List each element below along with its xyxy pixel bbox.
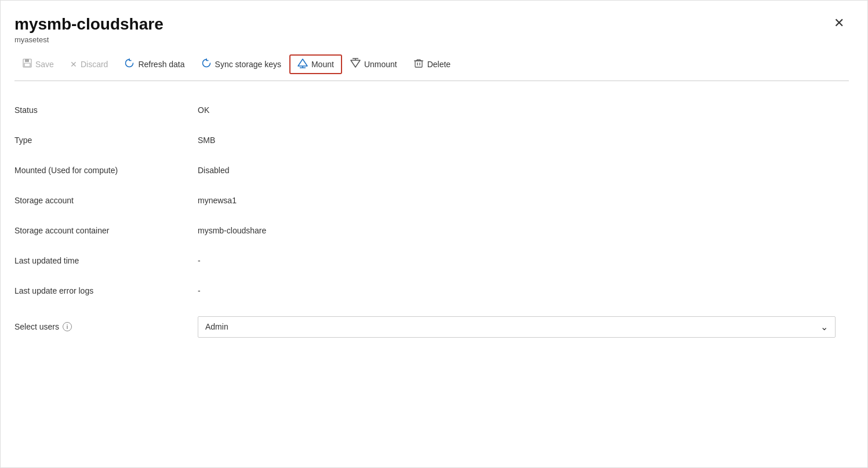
panel-subtitle: myasetest [14, 35, 164, 44]
mount-button[interactable]: Mount [289, 54, 342, 74]
unmount-label: Unmount [364, 60, 397, 69]
save-icon [23, 58, 32, 70]
field-label-storage-container: Storage account container [14, 215, 188, 246]
svg-rect-2 [24, 63, 30, 67]
field-value-mounted: Disabled [188, 155, 849, 185]
field-label-storage-account: Storage account [14, 185, 188, 215]
field-label-mounted: Mounted (Used for compute) [14, 155, 188, 185]
save-label: Save [35, 60, 54, 69]
unmount-button[interactable]: Unmount [342, 54, 405, 74]
field-value-type: SMB [188, 125, 849, 155]
discard-button[interactable]: ✕ Discard [62, 56, 116, 72]
svg-marker-3 [298, 59, 307, 66]
field-label-last-error: Last update error logs [14, 276, 188, 306]
svg-rect-1 [25, 59, 29, 62]
svg-marker-6 [351, 60, 360, 67]
toolbar: Save ✕ Discard Refresh data Sync st [14, 49, 849, 81]
info-letter: i [67, 323, 68, 330]
field-label-type: Type [14, 125, 188, 155]
save-button[interactable]: Save [14, 55, 62, 74]
mount-label: Mount [311, 60, 334, 69]
select-users-info-icon[interactable]: i [63, 322, 72, 331]
svg-rect-9 [415, 61, 422, 67]
field-label-status: Status [14, 95, 188, 125]
delete-icon [413, 58, 424, 71]
refresh-label: Refresh data [138, 60, 184, 69]
select-users-label: Select users i [14, 306, 188, 348]
field-value-status: OK [188, 95, 849, 125]
select-users-dropdown[interactable]: Admin ⌄ [198, 316, 836, 338]
title-block: mysmb-cloudshare myasetest [14, 14, 164, 44]
sync-label: Sync storage keys [215, 60, 281, 69]
field-value-storage-account: mynewsa1 [188, 185, 849, 215]
sync-icon [201, 58, 212, 71]
refresh-button[interactable]: Refresh data [116, 54, 193, 75]
panel: mysmb-cloudshare myasetest ✕ Save ✕ Disc… [0, 0, 868, 468]
panel-title: mysmb-cloudshare [14, 14, 164, 34]
mount-icon [297, 58, 308, 71]
field-value-storage-container: mysmb-cloudshare [188, 215, 849, 246]
delete-button[interactable]: Delete [405, 54, 459, 74]
discard-label: Discard [81, 60, 108, 69]
field-value-last-updated: - [188, 246, 849, 276]
refresh-icon [124, 58, 135, 71]
sync-button[interactable]: Sync storage keys [193, 54, 289, 75]
content-grid: Status OK Type SMB Mounted (Used for com… [14, 95, 849, 348]
chevron-down-icon: ⌄ [820, 321, 828, 332]
delete-label: Delete [427, 60, 451, 69]
close-button[interactable]: ✕ [829, 14, 849, 32]
select-users-text: Select users [14, 322, 59, 331]
discard-icon: ✕ [70, 60, 77, 69]
unmount-icon [350, 58, 361, 71]
field-value-last-error: - [188, 276, 849, 306]
field-label-last-updated: Last updated time [14, 246, 188, 276]
select-users-value-wrapper: Admin ⌄ [188, 306, 849, 348]
panel-header: mysmb-cloudshare myasetest ✕ [14, 14, 849, 44]
select-users-value: Admin [205, 322, 228, 331]
